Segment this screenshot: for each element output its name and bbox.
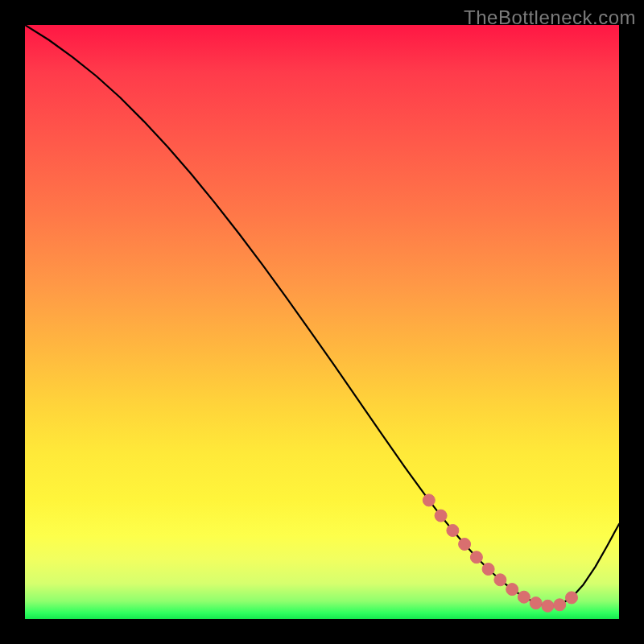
optimum-marker [470, 551, 482, 564]
bottleneck-curve-svg [25, 25, 619, 619]
optimum-marker [566, 592, 578, 604]
optimum-markers [423, 494, 577, 612]
optimum-marker [542, 600, 554, 612]
optimum-marker [447, 525, 459, 537]
optimum-marker [530, 597, 542, 609]
optimum-marker [482, 564, 494, 576]
plot-area [25, 25, 619, 619]
optimum-marker [554, 599, 566, 611]
optimum-marker [506, 584, 518, 596]
bottleneck-curve [25, 25, 619, 606]
watermark-label: TheBottleneck.com [464, 6, 636, 29]
optimum-marker [518, 591, 530, 603]
optimum-marker [435, 510, 447, 522]
optimum-marker [423, 494, 435, 506]
optimum-marker [459, 539, 471, 551]
optimum-marker [494, 574, 506, 586]
chart-frame: TheBottleneck.com [0, 0, 644, 644]
